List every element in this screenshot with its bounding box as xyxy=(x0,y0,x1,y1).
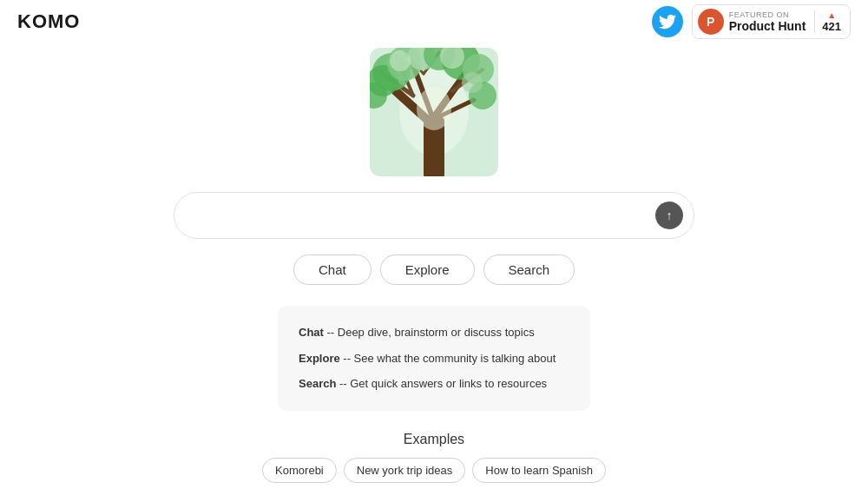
product-hunt-logo: P xyxy=(698,9,724,35)
tab-explore[interactable]: Explore xyxy=(380,254,475,285)
product-hunt-title: Product Hunt xyxy=(729,19,806,33)
hero-image xyxy=(370,48,498,176)
description-box: Chat -- Deep dive, brainstorm or discuss… xyxy=(278,306,590,411)
search-submit-button[interactable]: ↑ xyxy=(655,202,683,229)
example-tags-row-1: Komorebi New york trip ideas How to lear… xyxy=(262,458,606,483)
featured-on-label: FEATURED ON xyxy=(729,10,806,19)
desc-chat-text: -- Deep dive, brainstorm or discuss topi… xyxy=(324,326,535,339)
desc-explore-keyword: Explore xyxy=(299,352,340,365)
hero-image-container xyxy=(370,48,498,176)
desc-chat: Chat -- Deep dive, brainstorm or discuss… xyxy=(299,320,569,346)
desc-chat-keyword: Chat xyxy=(299,326,324,339)
example-tag-komorebi[interactable]: Komorebi xyxy=(262,458,337,483)
examples-section: Examples Komorebi New york trip ideas Ho… xyxy=(262,432,606,490)
tab-chat[interactable]: Chat xyxy=(293,254,372,285)
example-tag-spanish[interactable]: How to learn Spanish xyxy=(472,458,606,483)
desc-explore: Explore -- See what the community is tal… xyxy=(299,346,569,372)
desc-search-text: -- Get quick answers or links to resourc… xyxy=(336,377,547,390)
twitter-icon xyxy=(659,13,676,30)
mode-tabs: Chat Explore Search xyxy=(293,254,575,285)
search-input[interactable] xyxy=(192,208,648,223)
svg-point-24 xyxy=(417,87,451,130)
example-tag-ny-trip[interactable]: New york trip ideas xyxy=(344,458,466,483)
search-bar: ↑ xyxy=(174,192,694,239)
upvote-count: 421 xyxy=(822,20,841,33)
header: KOMO P FEATURED ON Product Hunt ▲ 421 xyxy=(0,0,868,43)
examples-title: Examples xyxy=(404,432,464,447)
upvote-arrow-icon: ▲ xyxy=(827,10,836,20)
logo: KOMO xyxy=(17,10,80,33)
search-container: ↑ xyxy=(174,192,694,239)
svg-point-21 xyxy=(390,50,411,71)
product-hunt-badge[interactable]: P FEATURED ON Product Hunt ▲ 421 xyxy=(692,4,851,39)
desc-explore-text: -- See what the community is talking abo… xyxy=(340,352,556,365)
desc-search: Search -- Get quick answers or links to … xyxy=(299,371,569,397)
twitter-button[interactable] xyxy=(652,6,683,37)
tab-search[interactable]: Search xyxy=(483,254,575,285)
svg-point-23 xyxy=(462,72,483,93)
product-hunt-text: FEATURED ON Product Hunt xyxy=(729,10,806,33)
product-hunt-count-block: ▲ 421 xyxy=(814,10,841,33)
header-right: P FEATURED ON Product Hunt ▲ 421 xyxy=(652,4,851,39)
main-content: ↑ Chat Explore Search Chat -- Deep dive,… xyxy=(0,0,868,489)
submit-arrow-icon: ↑ xyxy=(667,209,673,221)
desc-search-keyword: Search xyxy=(299,377,336,390)
